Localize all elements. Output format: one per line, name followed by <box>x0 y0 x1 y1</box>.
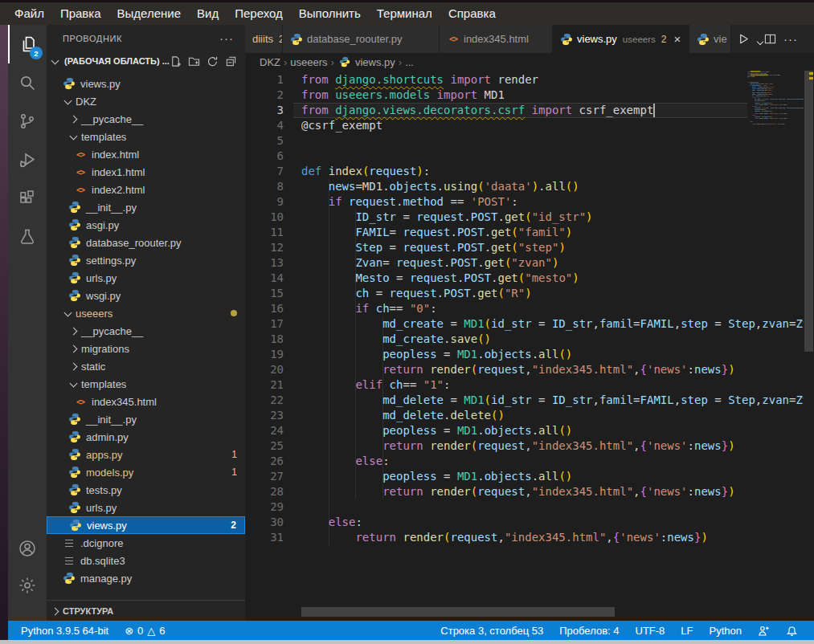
line-number: 7 <box>245 164 284 179</box>
tree-item-__pycache__[interactable]: __pycache__ <box>47 110 245 128</box>
activity-run-debug-icon[interactable] <box>8 141 47 179</box>
activity-search-icon[interactable] <box>8 63 47 102</box>
tab-vie[interactable]: vie <box>689 25 731 53</box>
status-item-encoding[interactable]: UTF-8 <box>629 625 672 637</box>
tree-item-db.sqlite3[interactable]: db.sqlite3 <box>47 552 245 569</box>
workspace-section-header[interactable]: (РАБОЧАЯ ОБЛАСТЬ) ... <box>47 51 245 71</box>
activity-testing-icon[interactable] <box>8 218 47 256</box>
breadcrumb: DKZ›useeers›views.py›... <box>245 53 814 71</box>
menu-item-terminal[interactable]: Терминал <box>369 2 440 25</box>
chevron-down-icon <box>68 378 80 389</box>
indent-guide <box>329 179 329 545</box>
code-line: if ch== "0": <box>301 301 804 316</box>
tree-item-models.py[interactable]: models.py1 <box>47 463 245 481</box>
tree-item-migrations[interactable]: migrations <box>47 340 245 357</box>
status-item-language-mode[interactable]: Python <box>703 625 748 637</box>
tree-item-urls.py[interactable]: urls.py <box>47 269 245 287</box>
activity-account-icon[interactable] <box>8 529 47 568</box>
tree-item-static[interactable]: static <box>47 357 245 375</box>
tree-item-asgi.py[interactable]: asgi.py <box>47 216 245 234</box>
menu-item-selection[interactable]: Выделение <box>109 2 189 25</box>
status-item-cursor-position[interactable]: Строка 3, столбец 53 <box>434 625 550 637</box>
tree-item-label: __init__.py <box>86 202 137 214</box>
line-number: 5 <box>245 133 284 149</box>
collapse-all-icon[interactable] <box>225 55 237 67</box>
tree-item-.dcignore[interactable]: .dcignore <box>47 534 245 552</box>
tree-item-index.html[interactable]: <>index.html <box>47 145 245 163</box>
tree-item-views.py[interactable]: views.py <box>47 75 245 92</box>
tab-close-icon[interactable]: × <box>673 33 681 45</box>
refresh-icon[interactable] <box>207 55 219 67</box>
python-file-icon <box>69 519 82 532</box>
chevron-right-icon <box>68 361 80 372</box>
tree-item-index345.html[interactable]: <>index345.html <box>47 393 245 410</box>
new-file-icon[interactable] <box>170 55 182 67</box>
html-file-icon: <> <box>74 165 87 178</box>
tab-database_roouter.py[interactable]: database_roouter.py <box>283 25 440 53</box>
activity-settings-icon[interactable] <box>8 566 47 605</box>
tree-item-DKZ[interactable]: DKZ <box>47 92 245 110</box>
activity-bar: 2 <box>8 25 47 621</box>
minimap[interactable]: from django.shortcuts import renderfrom … <box>747 71 804 175</box>
status-right: Строка 3, столбец 53Пробелов: 4UTF-8LFPy… <box>434 625 814 637</box>
breadcrumb-item-DKZ[interactable]: DKZ <box>260 56 280 68</box>
tree-item-index2.html[interactable]: <>index2.html <box>47 181 245 198</box>
outline-section-header[interactable]: СТРУКТУРА <box>47 600 245 621</box>
tree-item-manage.py[interactable]: manage.py <box>47 569 245 587</box>
tree-item-templates[interactable]: templates <box>47 128 245 145</box>
horizontal-scrollbar-thumb[interactable] <box>301 607 615 617</box>
split-editor-icon[interactable] <box>764 33 776 45</box>
activity-explorer-icon[interactable]: 2 <box>8 25 47 63</box>
sidebar-more-icon[interactable]: ··· <box>219 31 234 45</box>
menu-item-go[interactable]: Переход <box>227 2 291 25</box>
tree-item-database_roouter.py[interactable]: database_roouter.py <box>47 234 245 251</box>
status-item-eol[interactable]: LF <box>674 625 699 637</box>
new-folder-icon[interactable] <box>188 55 200 67</box>
tree-item-tests.py[interactable]: tests.py <box>47 481 245 499</box>
breadcrumb-item-views.py[interactable]: views.py <box>355 56 395 68</box>
tree-item-__init__.py[interactable]: __init__.py <box>47 198 245 216</box>
line-number: 30 <box>245 515 284 530</box>
tab-views.py[interactable]: views.pyuseeers2× <box>553 25 689 53</box>
breadcrumb-item-useeers[interactable]: useeers <box>290 56 327 68</box>
line-number-gutter[interactable]: 1234567891011121314151617181920212223242… <box>245 72 284 545</box>
status-item-python-version[interactable]: Python 3.9.5 64-bit <box>14 625 115 637</box>
tree-item-views.py[interactable]: views.py2 <box>47 516 245 534</box>
status-item-notifications[interactable] <box>779 625 804 637</box>
tree-item-templates[interactable]: templates <box>47 375 245 393</box>
breadcrumb-item-...[interactable]: ... <box>405 56 414 68</box>
more-actions-icon[interactable]: ··· <box>783 32 798 46</box>
menu-item-help[interactable]: Справка <box>440 2 504 25</box>
tree-item-settings.py[interactable]: settings.py <box>47 251 245 269</box>
code-editor[interactable]: 1234567891011121314151617181920212223242… <box>245 71 814 621</box>
vertical-scrollbar-thumb[interactable] <box>804 71 813 352</box>
tree-item-wsgi.py[interactable]: wsgi.py <box>47 287 245 304</box>
tree-item-useeers[interactable]: useeers <box>47 304 245 322</box>
line-number: 17 <box>245 316 284 332</box>
menu-item-view[interactable]: Вид <box>189 2 227 25</box>
activity-source-control-icon[interactable] <box>8 102 47 141</box>
tab-diiits[interactable]: diiits2● <box>245 25 283 53</box>
tree-item-__init__.py[interactable]: __init__.py <box>47 410 245 428</box>
chevron-down-icon <box>50 55 61 67</box>
tab-index345.html[interactable]: <>index345.html <box>440 25 553 53</box>
status-item-indentation[interactable]: Пробелов: 4 <box>553 625 625 637</box>
tree-item-urls.py[interactable]: urls.py <box>47 499 245 516</box>
status-item-problems[interactable]: ⊗0△6 <box>118 625 171 637</box>
menu-item-run[interactable]: Выполнить <box>291 2 369 25</box>
tree-item-admin.py[interactable]: admin.py <box>47 428 245 446</box>
tree-item-index1.html[interactable]: <>index1.html <box>47 163 245 181</box>
chevron-right-icon <box>50 605 61 617</box>
tree-item-apps.py[interactable]: apps.py1 <box>47 446 245 463</box>
tree-item-__pycache__[interactable]: __pycache__ <box>47 322 245 340</box>
explorer-sidebar: ПРОВОДНИК ··· (РАБОЧАЯ ОБЛАСТЬ) ... view… <box>47 25 245 621</box>
activity-badge: 2 <box>30 47 43 59</box>
activity-extensions-icon[interactable] <box>8 179 47 218</box>
tree-item-label: migrations <box>81 343 129 355</box>
vertical-scrollbar[interactable] <box>804 71 814 621</box>
menu-item-file[interactable]: Файл <box>6 2 52 25</box>
menu-item-edit[interactable]: Правка <box>52 2 109 25</box>
status-item-feedback[interactable] <box>751 625 776 637</box>
python-file-icon <box>68 483 81 496</box>
run-icon[interactable] <box>738 33 750 45</box>
